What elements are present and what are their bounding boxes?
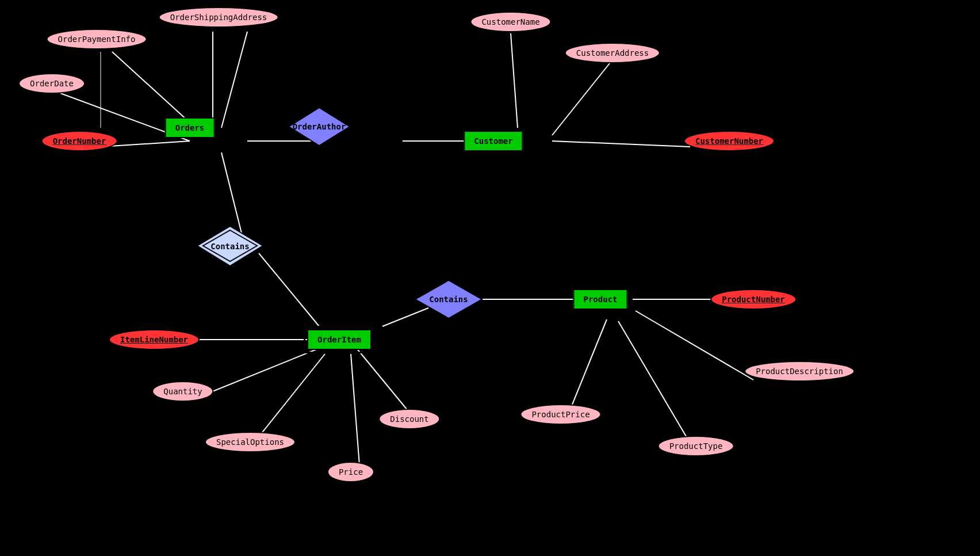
attribute-specialoptions: SpecialOptions <box>205 432 296 452</box>
attribute-ordernumber: OrderNumber <box>41 131 118 151</box>
svg-line-6 <box>511 33 518 128</box>
svg-line-7 <box>552 63 610 135</box>
attribute-productnumber: ProductNumber <box>710 289 797 310</box>
relationship-orderauthor[interactable]: OrderAuthor <box>288 106 351 147</box>
entity-customer[interactable]: Customer <box>464 131 523 151</box>
svg-line-21 <box>351 354 359 465</box>
svg-line-8 <box>552 141 690 147</box>
er-diagram: Orders Customer Product OrderItem OrderA… <box>0 0 980 556</box>
attribute-discount: Discount <box>378 409 440 429</box>
relationship-contains2[interactable]: Contains <box>414 279 483 319</box>
attribute-producttype: ProductType <box>658 436 734 456</box>
svg-line-1 <box>112 52 196 128</box>
attribute-price: Price <box>327 462 374 482</box>
svg-line-9 <box>221 153 242 233</box>
relationship-contains1[interactable]: Contains <box>196 224 265 268</box>
entity-product[interactable]: Product <box>573 289 627 310</box>
attribute-orderdate: OrderDate <box>18 73 85 94</box>
svg-line-10 <box>259 253 319 326</box>
attribute-ordershippingaddress: OrderShippingAddress <box>159 7 279 28</box>
attribute-customername: CustomerName <box>470 12 551 32</box>
svg-line-20 <box>357 348 410 413</box>
svg-line-14 <box>636 311 753 380</box>
entity-orders[interactable]: Orders <box>165 117 215 138</box>
attribute-productdescription: ProductDescription <box>744 361 855 382</box>
svg-line-15 <box>569 319 607 412</box>
attribute-orderpaymentinfo: OrderPaymentInfo <box>47 29 147 49</box>
attribute-quantity: Quantity <box>152 381 213 402</box>
connection-lines <box>0 0 980 556</box>
entity-orderitem[interactable]: OrderItem <box>307 329 372 350</box>
attribute-customeraddress: CustomerAddress <box>565 43 660 63</box>
attribute-productprice: ProductPrice <box>520 404 601 425</box>
attribute-itemlinenumber: ItemLineNumber <box>109 329 200 350</box>
svg-line-16 <box>618 321 690 443</box>
svg-line-19 <box>256 354 325 440</box>
svg-line-18 <box>198 348 319 397</box>
svg-line-0 <box>221 32 247 128</box>
attribute-customernumber: CustomerNumber <box>684 131 775 151</box>
